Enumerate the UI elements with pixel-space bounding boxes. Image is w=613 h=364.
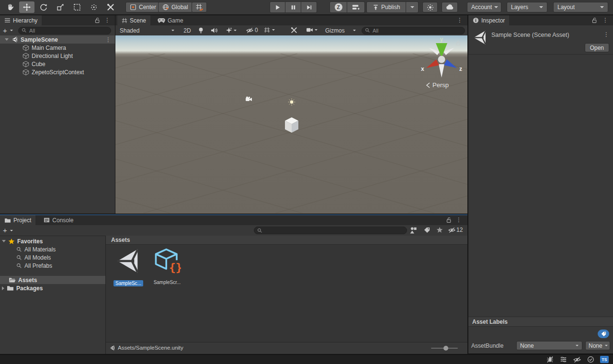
- scene-viewport[interactable]: y x z Persp: [115, 35, 467, 214]
- hierarchy-row[interactable]: Directional Light: [0, 52, 115, 60]
- hierarchy-search-input[interactable]: All: [18, 27, 111, 34]
- lock-icon[interactable]: [446, 217, 452, 223]
- packages-folder-row[interactable]: Packages: [0, 284, 105, 292]
- scene-menu-icon[interactable]: ⋮: [105, 37, 111, 43]
- scene-effects-button[interactable]: [226, 27, 237, 34]
- publish-dropdown-button[interactable]: [406, 1, 419, 13]
- scene-lighting-button[interactable]: [198, 27, 204, 34]
- tab-console[interactable]: Console: [39, 215, 78, 225]
- tab-hierarchy[interactable]: Hierarchy: [0, 15, 42, 25]
- lock-icon[interactable]: [94, 17, 101, 23]
- transform-tool-button[interactable]: [86, 1, 102, 13]
- hierarchy-row-scene[interactable]: SampleScene ⋮: [0, 35, 115, 44]
- search-by-type-button[interactable]: [410, 227, 417, 234]
- hierarchy-row[interactable]: Cube: [0, 60, 115, 68]
- move-tool-button[interactable]: [19, 1, 34, 13]
- tab-scene[interactable]: Scene: [117, 15, 150, 25]
- scene-grid-toggle[interactable]: [264, 27, 275, 33]
- global-local-button[interactable]: Global: [158, 2, 193, 12]
- gameobject-icon: [23, 61, 29, 68]
- create-asset-dropdown-icon[interactable]: [10, 230, 13, 231]
- gizmos-dropdown[interactable]: Gizmos: [322, 26, 359, 34]
- create-asset-button[interactable]: +: [3, 227, 7, 234]
- asset-labels-header[interactable]: Asset Labels: [468, 317, 613, 327]
- scene-search-input[interactable]: All: [362, 27, 465, 34]
- grid-icon: [264, 27, 270, 33]
- hand-tool-button[interactable]: [2, 1, 18, 13]
- add-card-button[interactable]: [347, 1, 365, 13]
- scene-tab-label: Scene: [130, 17, 146, 24]
- braces-glyph: {}: [169, 261, 181, 274]
- favorites-item[interactable]: All Prefabs: [0, 262, 105, 270]
- hierarchy-menu-icon[interactable]: ⋮: [104, 17, 110, 23]
- layers-label: Layers: [511, 4, 528, 11]
- scene-audio-button[interactable]: [211, 27, 218, 34]
- scene-tools-button[interactable]: [291, 27, 297, 34]
- asset-item-script[interactable]: {} SampleScr...: [150, 247, 184, 285]
- hidden-packages-button[interactable]: 12: [448, 227, 463, 233]
- tab-inspector[interactable]: Inspector: [468, 15, 509, 25]
- cache-layers-icon[interactable]: [560, 356, 567, 363]
- tab-game[interactable]: Game: [153, 15, 188, 25]
- camera-gizmo[interactable]: [245, 96, 253, 102]
- zoom-slider[interactable]: [431, 348, 458, 349]
- lock-icon[interactable]: [591, 17, 598, 23]
- assets-folder-row[interactable]: Assets: [0, 276, 105, 284]
- ok-status-icon[interactable]: [587, 356, 594, 363]
- pause-button[interactable]: [285, 1, 301, 13]
- favorites-item[interactable]: All Materials: [0, 245, 105, 253]
- light-gizmo[interactable]: [287, 98, 296, 106]
- assetbundle-variant-dropdown[interactable]: None: [585, 341, 610, 350]
- search-by-label-button[interactable]: [424, 227, 430, 233]
- hidden-objects-button[interactable]: 0: [246, 27, 258, 34]
- rotate-tool-button[interactable]: [36, 1, 51, 13]
- zepeto-button[interactable]: Z: [329, 1, 347, 13]
- rect-tool-button[interactable]: [69, 1, 85, 13]
- tab-project[interactable]: Project: [0, 215, 35, 225]
- zoom-slider-knob[interactable]: [443, 346, 448, 351]
- typescript-badge[interactable]: TS: [600, 356, 609, 363]
- favorites-item-label: All Models: [24, 254, 51, 261]
- asset-item-scene[interactable]: SampleSc...: [113, 247, 144, 286]
- visibility-off-icon[interactable]: [573, 356, 581, 363]
- open-button[interactable]: Open: [585, 43, 609, 52]
- favorites-item-label: All Materials: [24, 246, 56, 253]
- create-button[interactable]: +: [3, 27, 7, 34]
- custom-tools-button[interactable]: [103, 1, 118, 13]
- assetbundle-dropdown[interactable]: None: [516, 341, 582, 350]
- hierarchy-row[interactable]: ZepetoScriptContext: [0, 68, 115, 76]
- cube-object[interactable]: [284, 117, 299, 133]
- account-label: Account: [471, 4, 492, 11]
- projection-toggle[interactable]: Persp: [426, 81, 449, 89]
- play-button[interactable]: [270, 1, 285, 13]
- debugger-off-icon[interactable]: [546, 356, 554, 363]
- scale-tool-button[interactable]: [53, 1, 68, 13]
- grid-snapping-button[interactable]: [192, 2, 207, 12]
- layers-dropdown[interactable]: Layers: [507, 2, 547, 12]
- scene-panel-menu-icon[interactable]: ⋮: [457, 17, 463, 23]
- gizmo-lock-icon[interactable]: [455, 40, 461, 46]
- wrench-icon: [291, 27, 297, 34]
- project-menu-icon[interactable]: ⋮: [456, 217, 462, 223]
- inspector-menu-icon[interactable]: ⋮: [602, 17, 608, 23]
- scene-camera-button[interactable]: [306, 27, 318, 33]
- render-settings-button[interactable]: [422, 2, 438, 12]
- project-search-input[interactable]: [254, 227, 407, 234]
- account-dropdown[interactable]: Account: [467, 2, 501, 12]
- assetbundle-label: AssetBundle: [471, 342, 503, 349]
- asset-menu-icon[interactable]: ⋮: [603, 32, 609, 37]
- publish-button[interactable]: Publish: [366, 1, 406, 13]
- pivot-center-button[interactable]: Center: [125, 2, 160, 12]
- favorites-item[interactable]: All Models: [0, 253, 105, 262]
- shading-mode-dropdown[interactable]: Shaded: [117, 26, 177, 34]
- foldout-icon[interactable]: [5, 38, 9, 41]
- step-button[interactable]: [301, 1, 317, 13]
- asset-label-button[interactable]: [598, 330, 609, 338]
- cloud-services-button[interactable]: [442, 2, 458, 12]
- layout-dropdown[interactable]: Layout: [553, 2, 608, 12]
- 2d-toggle-button[interactable]: 2D: [181, 26, 193, 34]
- favorites-row[interactable]: Favorites: [0, 237, 105, 245]
- hierarchy-row[interactable]: Main Camera: [0, 44, 115, 52]
- create-dropdown-icon[interactable]: [10, 30, 13, 31]
- save-search-button[interactable]: [436, 227, 443, 233]
